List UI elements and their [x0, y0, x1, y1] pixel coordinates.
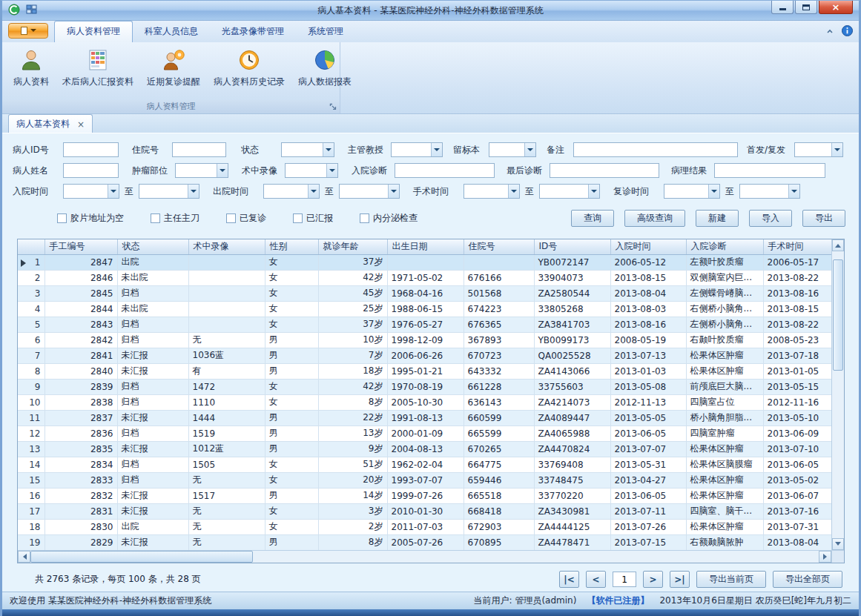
grid-row[interactable]: 42844未出院女25岁1988-06-15674223338052682013… — [18, 301, 831, 317]
reported-checkbox[interactable]: 已汇报 — [293, 212, 333, 225]
remark-input[interactable] — [573, 142, 738, 157]
export-all-pages-button[interactable]: 导出全部页 — [773, 571, 842, 588]
ribbon-tab-system-management[interactable]: 系统管理 — [296, 21, 355, 42]
scroll-down-icon[interactable] — [832, 538, 844, 550]
pager-next-button[interactable]: > — [643, 571, 663, 588]
export-button[interactable]: 导出 — [802, 210, 845, 227]
ribbon-button-history-record[interactable]: 病人资料历史记录 — [207, 44, 291, 90]
grid-row[interactable]: 132835未汇报1012蓝男9岁2004-08-13670265ZA44708… — [18, 441, 831, 457]
ribbon-button-revisit-reminder[interactable]: 近期复诊提醒 — [140, 44, 207, 90]
patient-name-input[interactable] — [63, 163, 119, 178]
grid-column-header[interactable]: 性别 — [265, 239, 318, 254]
grid-column-header[interactable]: 状态 — [117, 239, 188, 254]
grid-row[interactable]: 192829未汇报无男8岁2005-07-26670895ZA447847120… — [18, 534, 831, 550]
maximize-button[interactable] — [795, 1, 817, 14]
info-icon[interactable] — [842, 25, 853, 39]
pager-prev-button[interactable]: < — [586, 571, 606, 588]
patient-id-input[interactable] — [63, 142, 119, 157]
grid-row[interactable]: 32845归档女45岁1968-04-16501568ZA25805442013… — [18, 285, 831, 301]
status-bar: 欢迎使用 某某医院神经外科-神经外科数据管理系统 当前用户: 管理员(admin… — [2, 592, 859, 609]
status-combo[interactable] — [281, 142, 334, 157]
surgery-time-to-combo[interactable] — [539, 184, 600, 199]
ribbon-group-caption: 病人资料管理 — [2, 100, 340, 113]
grid-row[interactable]: 162832未汇报1517男14岁1999-07-266655183377022… — [18, 488, 831, 503]
grid-row[interactable]: 12847出院女37岁YB00721472006-05-12左额叶胶质瘤2006… — [18, 254, 831, 270]
specimen-combo[interactable] — [489, 142, 536, 157]
scroll-up-icon[interactable] — [832, 239, 844, 251]
import-button[interactable]: 导入 — [749, 210, 792, 227]
revisit-time-from-combo[interactable] — [664, 184, 720, 199]
ribbon-collapse-icon[interactable] — [825, 27, 834, 37]
advanced-query-button[interactable]: 高级查询 — [624, 210, 685, 227]
grid-row[interactable]: 72841未汇报1036蓝男7岁2006-06-26670723QA002552… — [18, 348, 831, 363]
grid-column-header[interactable]: 入院诊断 — [686, 239, 763, 254]
pathology-input[interactable] — [714, 163, 825, 178]
grid-row[interactable]: 142834归档1505女51岁1962-02-0466477533769408… — [18, 457, 831, 472]
op-video-combo[interactable] — [285, 163, 338, 178]
ribbon-tab-staff-info[interactable]: 科室人员信息 — [133, 21, 210, 42]
chief-surgeon-checkbox[interactable]: 主任主刀 — [151, 212, 199, 225]
discharge-time-to-combo[interactable] — [339, 184, 400, 199]
grid-row[interactable]: 122836归档1519男13岁2000-01-09665599ZA406598… — [18, 425, 831, 441]
admit-time-to-combo[interactable] — [139, 184, 199, 199]
professor-combo[interactable] — [391, 142, 443, 157]
grid-column-header[interactable]: 入院时间 — [610, 239, 686, 254]
grid-row[interactable]: 22846未出院女42岁1971-05-02676166339040732013… — [18, 270, 831, 285]
grid-row[interactable]: 62842归档无男10岁1998-12-09367893YB0099173200… — [18, 332, 831, 348]
ribbon-tab-media-management[interactable]: 光盘录像带管理 — [210, 21, 296, 42]
revisited-checkbox[interactable]: 已复诊 — [226, 212, 266, 225]
pager-first-button[interactable]: |< — [559, 571, 579, 588]
grid-column-header[interactable]: ID号 — [534, 239, 610, 254]
grid-row[interactable]: 52843归档女37岁1976-05-27676365ZA38417032013… — [18, 317, 831, 332]
grid-column-header[interactable]: 就诊年龄 — [318, 239, 387, 254]
grid-column-header[interactable]: 手工编号 — [44, 239, 117, 254]
tumor-site-combo[interactable] — [175, 163, 228, 178]
query-button[interactable]: 查询 — [571, 210, 614, 227]
document-tab-patient-basic-info[interactable]: 病人基本资料 × — [8, 114, 93, 133]
grid-row[interactable]: 112837未汇报1444男22岁1991-08-13660599ZA40894… — [18, 410, 831, 425]
grid-row[interactable]: 82840未汇报有男18岁1995-01-21643332ZA414306620… — [18, 363, 831, 379]
grid-cell: 桥小脑角胆脂... — [686, 410, 763, 425]
tab-close-icon[interactable]: × — [77, 121, 85, 128]
grid-row[interactable]: 92839归档1472女42岁1970-08-19661228337556032… — [18, 379, 831, 394]
minimize-button[interactable] — [771, 1, 794, 14]
quick-access-icon[interactable] — [26, 4, 37, 17]
admit-diagnosis-input[interactable] — [395, 163, 495, 178]
surgery-time-from-combo[interactable] — [464, 184, 520, 199]
film-address-empty-checkbox[interactable]: 胶片地址为空 — [57, 212, 124, 225]
revisit-time-to-combo[interactable] — [739, 184, 800, 199]
dialog-launcher-icon[interactable] — [329, 102, 337, 115]
grid-column-header[interactable]: 手术时间 — [763, 239, 831, 254]
grid-column-header[interactable]: 出生日期 — [387, 239, 464, 254]
grid-column-header[interactable]: 术中录像 — [188, 239, 265, 254]
grid-cell: 2836 — [44, 425, 117, 441]
grid-column-header[interactable]: 住院号 — [464, 239, 534, 254]
application-menu-button[interactable] — [8, 23, 48, 39]
vertical-scrollbar[interactable] — [831, 239, 844, 550]
admit-time-from-combo[interactable] — [63, 184, 119, 199]
grid-row[interactable]: 172831未汇报无女3岁2010-01-30668418ZA343098120… — [18, 503, 831, 519]
export-current-page-button[interactable]: 导出当前页 — [696, 571, 766, 588]
discharge-time-from-combo[interactable] — [263, 184, 320, 199]
grid-row[interactable]: 182830出院无女2岁2011-07-03672903ZA4444125201… — [18, 519, 831, 534]
final-diagnosis-input[interactable] — [550, 163, 659, 178]
scroll-right-icon[interactable] — [819, 551, 831, 563]
horizontal-scrollbar[interactable] — [18, 550, 831, 563]
inpatient-no-input[interactable] — [172, 142, 226, 157]
pager-last-button[interactable]: >| — [670, 571, 690, 588]
grid-row[interactable]: 102838归档1110女8岁2005-10-30636143ZA4214073… — [18, 394, 831, 410]
grid-cell: 未汇报 — [117, 488, 188, 503]
horizontal-scroll-thumb[interactable] — [30, 551, 253, 563]
horizontal-scroll-track[interactable] — [253, 551, 819, 563]
new-button[interactable]: 新建 — [696, 210, 739, 227]
ribbon-tab-patient-management[interactable]: 病人资料管理 — [54, 21, 133, 42]
ribbon-button-postop-report[interactable]: 术后病人汇报资料 — [56, 44, 140, 90]
grid-row[interactable]: 152833归档无女20岁1993-07-0765944633748475201… — [18, 472, 831, 488]
ribbon-button-patient-data[interactable]: 病人资料 — [7, 44, 56, 90]
vertical-scroll-thumb[interactable] — [833, 259, 843, 371]
first-recur-combo[interactable] — [794, 142, 843, 157]
page-number-input[interactable] — [613, 572, 636, 587]
close-button[interactable]: × — [819, 1, 853, 14]
endocrine-exam-checkbox[interactable]: 内分泌检查 — [360, 212, 418, 225]
scroll-left-icon[interactable] — [18, 551, 30, 563]
